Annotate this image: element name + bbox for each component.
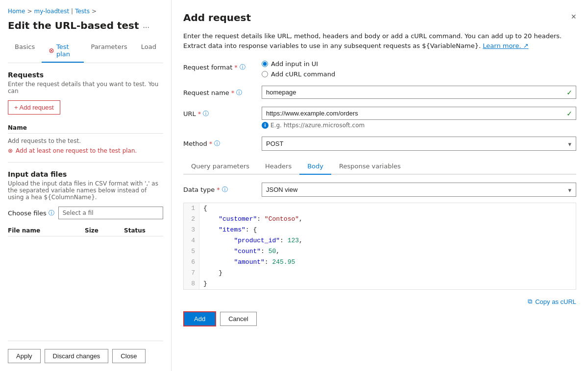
modal-description: Enter the request details like URL, meth… <box>183 31 576 50</box>
request-name-input[interactable] <box>262 86 576 99</box>
input-data-desc: Upload the input data files in CSV forma… <box>8 180 163 201</box>
name-column-header: Name <box>8 122 163 134</box>
method-select[interactable]: GET POST PUT PATCH DELETE <box>262 137 576 151</box>
data-type-row: Data type * ⓘ JSON view Raw ▾ <box>183 183 576 197</box>
request-name-info-icon: ⓘ <box>236 89 242 97</box>
choose-files-row: Choose files ⓘ Select a fil <box>8 207 163 219</box>
copy-as-curl-button[interactable]: ⧉ Copy as cURL <box>528 298 576 305</box>
code-editor[interactable]: 1 { 2 "customer": "Contoso", 3 "items": … <box>183 203 576 290</box>
code-line-5: 5 "count": 50, <box>184 246 576 257</box>
page-title: Edit the URL-based test <box>8 20 139 31</box>
code-line-2: 2 "customer": "Contoso", <box>184 214 576 225</box>
requests-title: Requests <box>8 71 163 79</box>
tab-response-variables[interactable]: Response variables <box>331 159 409 175</box>
tab-testplan[interactable]: ⊗ Test plan <box>42 39 84 63</box>
modal-tab-bar: Query parameters Headers Body Response v… <box>183 159 576 175</box>
modal-actions: Add Cancel <box>183 311 576 326</box>
left-panel: Home > my-loadtest | Tests > Edit the UR… <box>0 0 172 371</box>
code-line-1: 1 { <box>184 203 576 214</box>
hint-info-icon: i <box>262 122 269 129</box>
breadcrumb-loadtest[interactable]: my-loadtest <box>34 8 70 15</box>
modal-overlay: Add request × Enter the request details … <box>172 0 588 371</box>
section-divider <box>8 162 163 162</box>
url-hint: i E.g. https://azure.microsoft.com <box>262 122 576 129</box>
breadcrumb-home[interactable]: Home <box>8 8 25 15</box>
col-status: Status <box>124 227 163 234</box>
data-type-select[interactable]: JSON view Raw <box>262 183 576 197</box>
modal-title: Add request <box>183 12 251 23</box>
url-input[interactable] <box>262 107 576 120</box>
modal-footer: ⧉ Copy as cURL Add Cancel <box>183 298 576 326</box>
url-check-icon: ✓ <box>566 110 572 117</box>
code-line-8: 8 } <box>184 278 576 289</box>
tab-error-icon: ⊗ <box>49 46 54 54</box>
url-field-group: ✓ i E.g. https://azure.microsoft.com <box>262 107 576 129</box>
method-info-icon: ⓘ <box>214 139 220 148</box>
data-type-label: Data type * ⓘ <box>183 186 262 194</box>
request-format-info-icon: ⓘ <box>240 63 245 71</box>
tab-query-parameters[interactable]: Query parameters <box>183 159 257 175</box>
code-line-6: 6 "amount": 245.95 <box>184 257 576 268</box>
requests-desc: Enter the request details that you want … <box>8 81 163 94</box>
data-type-select-wrapper: JSON view Raw ▾ <box>262 183 576 197</box>
method-row: Method * ⓘ GET POST PUT PATCH DELETE ▾ <box>183 137 576 151</box>
modal-close-button[interactable]: × <box>571 12 576 22</box>
url-info-icon: ⓘ <box>203 110 209 118</box>
ellipsis-button[interactable]: ... <box>143 21 149 30</box>
breadcrumb: Home > my-loadtest | Tests > <box>8 8 163 15</box>
copy-icon: ⧉ <box>528 298 532 305</box>
request-name-check-icon: ✓ <box>566 89 572 96</box>
choose-files-label: Choose files ⓘ <box>8 209 54 217</box>
request-name-row: Request name * ⓘ ✓ <box>183 86 576 99</box>
radio-add-curl[interactable]: Add cURL command <box>262 70 576 78</box>
add-button[interactable]: Add <box>183 311 216 326</box>
request-format-row: Request format * ⓘ Add input in UI Add c… <box>183 60 576 78</box>
col-file-name: File name <box>8 227 85 234</box>
data-type-info-icon: ⓘ <box>222 186 228 194</box>
add-request-button[interactable]: + Add request <box>8 100 60 115</box>
cancel-button[interactable]: Cancel <box>220 312 256 326</box>
choose-files-info-icon: ⓘ <box>49 209 54 217</box>
tab-parameters[interactable]: Parameters <box>84 39 134 63</box>
code-line-4: 4 "product_id": 123, <box>184 235 576 246</box>
empty-requests-message: Add requests to the test. <box>8 138 163 144</box>
input-data-title: Input data files <box>8 170 163 178</box>
radio-add-input-ui[interactable]: Add input in UI <box>262 60 576 68</box>
error-icon: ⊗ <box>8 147 13 154</box>
tab-bar: Basics ⊗ Test plan Parameters Load <box>8 39 163 63</box>
discard-button[interactable]: Discard changes <box>45 349 109 363</box>
request-error-message: ⊗ Add at least one request to the test p… <box>8 147 163 154</box>
file-input-box[interactable]: Select a fil <box>58 207 163 219</box>
col-size: Size <box>85 227 124 234</box>
bottom-bar: Apply Discard changes Close <box>8 341 163 363</box>
tab-basics[interactable]: Basics <box>8 39 42 63</box>
request-name-field: ✓ <box>262 86 576 99</box>
page-title-row: Edit the URL-based test ... <box>8 20 163 31</box>
breadcrumb-tests[interactable]: Tests <box>75 8 90 15</box>
apply-button[interactable]: Apply <box>8 349 41 363</box>
method-label: Method * ⓘ <box>183 137 262 148</box>
method-select-wrapper: GET POST PUT PATCH DELETE ▾ <box>262 137 576 151</box>
tab-load[interactable]: Load <box>134 39 163 63</box>
request-name-label: Request name * ⓘ <box>183 86 262 97</box>
code-line-7: 7 } <box>184 268 576 278</box>
url-label: URL * ⓘ <box>183 107 262 118</box>
code-line-3: 3 "items": { <box>184 225 576 235</box>
request-format-label: Request format * ⓘ <box>183 60 262 71</box>
modal-header: Add request × <box>183 12 576 23</box>
learn-more-link[interactable]: Learn more. ↗ <box>483 42 528 49</box>
request-format-options: Add input in UI Add cURL command <box>262 60 576 78</box>
tab-body[interactable]: Body <box>299 159 331 175</box>
add-request-modal: Add request × Enter the request details … <box>172 0 588 371</box>
tab-headers[interactable]: Headers <box>257 159 299 175</box>
file-table-header: File name Size Status <box>8 227 163 236</box>
url-row: URL * ⓘ ✓ i E.g. https://azure.microsoft… <box>183 107 576 129</box>
copy-curl-row: ⧉ Copy as cURL <box>183 298 576 305</box>
close-button[interactable]: Close <box>112 349 145 363</box>
